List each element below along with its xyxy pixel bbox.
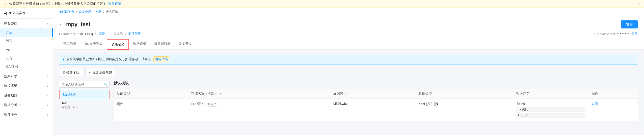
custom-tag[interactable]: 自定义 — [206, 102, 218, 107]
product-secret-item: ProductSecret •••••••• 查看 — [594, 31, 638, 36]
data-val-0: 0 - 关闭 — [516, 107, 585, 112]
cell-data-def: 布尔值 0 - 关闭 1 - 开启 — [513, 99, 588, 121]
sidebar-section-video[interactable]: 视频服务 ∨ — [0, 109, 53, 119]
breadcrumb-iot[interactable]: 物联网平台 — [59, 10, 74, 14]
module-item-test[interactable]: test 标识符：test — [59, 99, 110, 111]
sidebar-back-label: ◀ 公共实例 — [8, 11, 25, 15]
device-count-label: 设备数 — [114, 31, 123, 36]
info-icon: ℹ — [63, 57, 64, 61]
module-test-sub: 标识符：test — [62, 106, 106, 109]
sidebar-section-monitor[interactable]: 监控运维 ∨ — [0, 81, 53, 90]
product-name-title: mpy_test — [66, 21, 91, 28]
breadcrumb: 物联网平台 / 设备管理 / 产品 / 产品详情 — [53, 8, 644, 16]
edit-draft-link[interactable]: 编辑草稿 — [153, 56, 169, 62]
chevron-down-icon-5: ∨ — [47, 113, 49, 116]
sidebar-section-device-assign[interactable]: 设备划归 ∨ — [0, 90, 53, 100]
tab-func-def[interactable]: 功能定义 — [107, 39, 129, 50]
sidebar-data-analysis-label: 数据分析 ↗ — [4, 103, 21, 107]
product-secret-value: •••••••• — [617, 32, 630, 36]
chevron-down-icon-4: ∨ — [47, 104, 49, 107]
device-count-item: 设备数 2 前往管理 — [114, 31, 141, 36]
sidebar-item-ca[interactable]: CA 证书 — [0, 62, 53, 71]
breadcrumb-sep2: / — [93, 10, 93, 14]
module-detail-header: 默认模块 — [114, 81, 638, 86]
module-list: 🔍 默认模块 test 标识符：test — [59, 81, 110, 121]
tab-service-sub[interactable]: 服务端订阅 — [150, 39, 175, 49]
col-action: 操作 — [588, 89, 638, 99]
tab-device-dev[interactable]: 设备开发 — [175, 39, 196, 49]
alert-banner: ℹ 当前展示的星已发布到线上的功能定义，如需修改，请点击 编辑草稿 — [59, 54, 638, 65]
sidebar-item-group[interactable]: 分组 — [0, 45, 53, 54]
warning-icon: ⚠ — [4, 2, 7, 6]
cell-func-type: 属性 — [114, 99, 189, 121]
cell-data-type: bool (布尔型) — [416, 99, 513, 121]
close-button[interactable]: × — [638, 2, 640, 6]
page-title: ← mpy_test — [59, 21, 91, 28]
filter-icon[interactable]: ▼ — [220, 92, 222, 95]
sidebar: ◀ ◀ 公共实例 设备管理 ∧ 产品 设备 分组 任务 CA 证书 规则引擎 ∨… — [0, 8, 53, 135]
notification-close-area: — × — [633, 2, 640, 6]
sidebar-back[interactable]: ◀ ◀ 公共实例 — [0, 8, 53, 19]
search-icon: 🔍 — [104, 83, 108, 86]
main-layout: ◀ ◀ 公共实例 设备管理 ∧ 产品 设备 分组 任务 CA 证书 规则引擎 ∨… — [0, 8, 644, 135]
data-table: 功能类型 功能名称（全部） ▼ 标识符 ↑↓ 数据类 — [114, 89, 638, 121]
col-func-type: 功能类型 — [114, 89, 189, 99]
col-func-name: 功能名称（全部） ▼ — [188, 89, 330, 99]
sidebar-video-label: 视频服务 — [4, 112, 17, 117]
sidebar-section-data-analysis[interactable]: 数据分析 ↗ ∨ — [0, 100, 53, 109]
sidebar-device-assign-label: 设备划归 — [4, 93, 17, 98]
notification-text: 物联网平台升级通知：华东2（上海）地域设备接入点公网IP扩容！ — [9, 2, 106, 6]
sidebar-item-task[interactable]: 任务 — [0, 54, 53, 62]
view-secret-link[interactable]: 查看 — [631, 31, 638, 36]
breadcrumb-product-detail: 产品详情 — [106, 10, 118, 14]
cell-action: 查看 — [588, 99, 638, 121]
device-count-value: 2 — [125, 32, 127, 36]
data-val-1: 1 - 开启 — [516, 113, 585, 118]
inner-content: ℹ 当前展示的星已发布到线上的功能定义，如需修改，请点击 编辑草稿 物模型 TS… — [53, 50, 644, 125]
sidebar-rule-label: 规则引擎 — [4, 74, 17, 79]
view-action-link[interactable]: 查看 — [592, 102, 598, 106]
table-header-row: 功能类型 功能名称（全部） ▼ 标识符 ↑↓ 数据类 — [114, 89, 638, 99]
table-row: 属性 LED开关 自定义 LEDSwitch bool (布尔型) — [114, 99, 638, 121]
sidebar-section-rule[interactable]: 规则引擎 ∨ — [0, 71, 53, 81]
notification-link[interactable]: 查看详情 — [108, 2, 121, 6]
gen-device-code-button[interactable]: 生成设备端代码 — [85, 69, 116, 77]
col-data-def: 数据定义 — [513, 89, 588, 99]
tab-topic-list[interactable]: Topic 类列表 — [80, 39, 107, 49]
breadcrumb-device-mgmt[interactable]: 设备管理 — [79, 10, 91, 14]
chevron-down-icon-2: ∨ — [47, 84, 49, 88]
tab-product-info[interactable]: 产品信息 — [59, 39, 80, 49]
publish-button[interactable]: 发布 — [621, 20, 638, 28]
module-search-input[interactable] — [61, 82, 104, 86]
sidebar-item-device[interactable]: 设备 — [0, 37, 53, 45]
app-wrapper: ⚠ 物联网平台升级通知：华东2（上海）地域设备接入点公网IP扩容！ 查看详情 —… — [0, 0, 644, 135]
chevron-up-icon: ∧ — [47, 22, 49, 26]
breadcrumb-product[interactable]: 产品 — [95, 10, 101, 14]
cell-identifier: LEDSwitch — [330, 99, 416, 121]
tsl-model-button[interactable]: 物模型 TSL — [59, 69, 83, 77]
sidebar-section-device-mgmt[interactable]: 设备管理 ∧ — [0, 19, 53, 28]
copy-link[interactable]: 复制 — [99, 31, 105, 36]
chevron-down-icon: ∨ — [47, 75, 49, 78]
minimize-button[interactable]: — — [633, 2, 636, 6]
tab-data-parse[interactable]: 数据解析 — [129, 39, 150, 49]
module-search: 🔍 — [59, 81, 110, 88]
chevron-down-icon-3: ∨ — [47, 94, 49, 97]
back-arrow-icon: ◀ — [4, 11, 7, 15]
device-count-link[interactable]: 前往管理 — [128, 31, 141, 36]
tabs: 产品信息 Topic 类列表 功能定义 数据解析 服务端订阅 设备开发 — [59, 39, 638, 49]
col-data-type: 数据类型 — [416, 89, 513, 99]
content-area: 物联网平台 / 设备管理 / 产品 / 产品详情 ← mpy_test 发布 — [53, 8, 644, 135]
alert-text: 当前展示的星已发布到线上的功能定义，如需修改，请点击 — [66, 57, 151, 61]
sort-icon[interactable]: ↑↓ — [345, 92, 347, 95]
module-item-default[interactable]: 默认模块 — [59, 90, 110, 99]
col-identifier: 标识符 ↑↓ — [330, 89, 416, 99]
product-meta: ProductKey a1uTFk4xjko 复制 设备数 2 前往管理 Pro… — [59, 31, 638, 36]
sidebar-item-product[interactable]: 产品 — [0, 28, 53, 37]
module-test-name: test — [62, 101, 106, 105]
product-secret-label: ProductSecret — [594, 32, 615, 36]
back-button[interactable]: ← — [59, 22, 64, 27]
sidebar-section-label: 设备管理 — [4, 22, 17, 26]
sidebar-monitor-label: 监控运维 — [4, 84, 17, 88]
notification-bar: ⚠ 物联网平台升级通知：华东2（上海）地域设备接入点公网IP扩容！ 查看详情 —… — [0, 0, 644, 8]
